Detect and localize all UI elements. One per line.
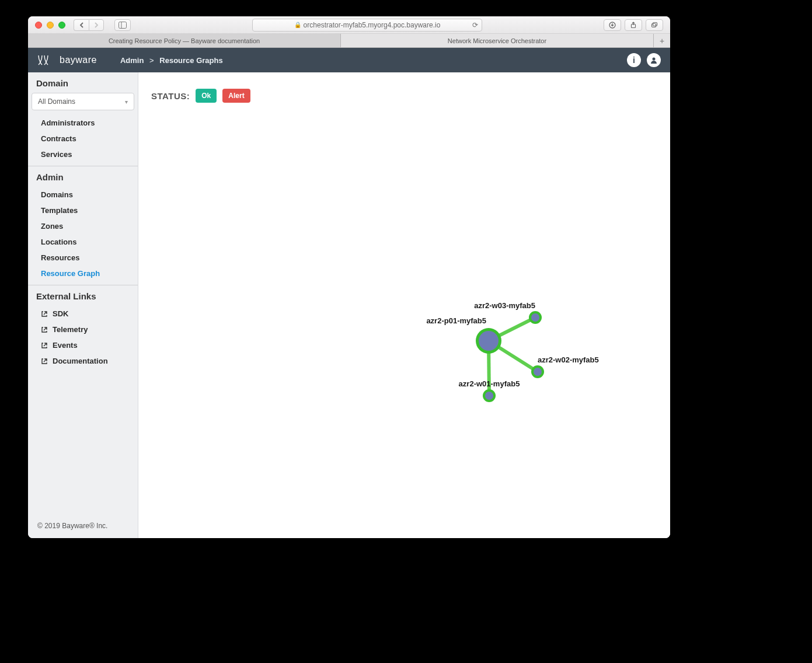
graph-node-label: azr2-w02-myfab5: [538, 355, 599, 364]
sidebar-item-domains[interactable]: Domains: [36, 187, 138, 203]
sidebar-item-label: Telemetry: [53, 325, 88, 334]
breadcrumb-separator: >: [149, 56, 154, 65]
tab-label: Creating Resource Policy — Bayware docum…: [109, 37, 260, 44]
svg-rect-4: [652, 23, 656, 27]
svg-rect-0: [119, 22, 127, 28]
graph-node-label: azr2-p01-myfab5: [426, 316, 486, 325]
sidebar-external-list: SDK Telemetry Events Documentation: [28, 306, 138, 369]
info-icon[interactable]: i: [627, 53, 641, 67]
external-link-icon: [41, 310, 48, 317]
graph-node-label: azr2-w03-myfab5: [474, 301, 535, 310]
domain-selector[interactable]: All Domains ▾: [32, 93, 134, 110]
graph-node-inner: [531, 313, 539, 322]
svg-point-6: [653, 58, 656, 61]
lock-icon: 🔒: [294, 22, 301, 28]
sidebar-item-documentation[interactable]: Documentation: [36, 353, 138, 369]
sidebar-domain-section: Domain: [28, 72, 138, 93]
sidebar-external-section: External Links: [28, 285, 138, 306]
main-content: STATUS: Ok Alert azr2-p01-myfab5azr2-w03…: [138, 72, 670, 538]
tab-0[interactable]: Creating Resource Policy — Bayware docum…: [28, 34, 341, 47]
sidebar-item-label: Documentation: [53, 357, 108, 365]
brand-logo-icon: [37, 54, 56, 66]
graph-node-inner: [485, 392, 493, 400]
sidebar-section-title: Domain: [36, 78, 130, 88]
tab-label: Network Microservice Orchestrator: [448, 37, 546, 44]
sidebar-section-title: External Links: [36, 291, 130, 301]
breadcrumb: Admin > Resource Graphs: [120, 56, 223, 65]
sidebar-section-title: Admin: [36, 172, 130, 182]
chevron-down-icon: ▾: [125, 99, 128, 105]
sidebar-item-resource-graph[interactable]: Resource Graph: [36, 266, 138, 281]
brand-text: bayware: [60, 55, 97, 65]
url-text: orchestrator-myfab5.myorg4.poc.bayware.i…: [304, 21, 441, 29]
sidebar-item-contracts[interactable]: Contracts: [36, 131, 138, 146]
sidebar-admin-section: Admin: [28, 166, 138, 187]
new-tab-button[interactable]: +: [654, 34, 670, 47]
external-link-icon: [41, 342, 48, 349]
svg-rect-5: [653, 22, 657, 26]
browser-window: 🔒 orchestrator-myfab5.myorg4.poc.bayware…: [28, 16, 670, 538]
close-window-button[interactable]: [35, 22, 42, 29]
titlebar: 🔒 orchestrator-myfab5.myorg4.poc.bayware…: [28, 16, 670, 34]
sidebar-admin-list: Domains Templates Zones Locations Resour…: [28, 187, 138, 281]
external-link-icon: [41, 358, 48, 365]
sidebar-item-templates[interactable]: Templates: [36, 203, 138, 218]
tabbar: Creating Resource Policy — Bayware docum…: [28, 34, 670, 48]
domain-selector-value: All Domains: [38, 97, 75, 106]
sidebar-item-label: Events: [53, 341, 78, 350]
sidebar-item-administrators[interactable]: Administrators: [36, 115, 138, 131]
resource-graph[interactable]: azr2-p01-myfab5azr2-w03-myfab5azr2-w02-m…: [138, 72, 670, 538]
breadcrumb-item[interactable]: Admin: [120, 56, 144, 65]
traffic-lights: [35, 22, 65, 29]
breadcrumb-item[interactable]: Resource Graphs: [159, 56, 222, 65]
app-body: Domain All Domains ▾ Administrators Cont…: [28, 72, 670, 538]
graph-node-label: azr2-w01-myfab5: [459, 379, 520, 388]
minimize-window-button[interactable]: [47, 22, 54, 29]
forward-button[interactable]: [89, 19, 104, 31]
reload-button[interactable]: ⟳: [472, 21, 478, 29]
maximize-window-button[interactable]: [58, 22, 65, 29]
toolbar-right: [604, 19, 663, 31]
sidebar-item-label: SDK: [53, 309, 68, 318]
sidebar-item-services[interactable]: Services: [36, 146, 138, 162]
header-right: i: [627, 53, 661, 67]
tab-1[interactable]: Network Microservice Orchestrator: [341, 34, 654, 47]
nav-buttons: [74, 19, 104, 31]
url-field[interactable]: 🔒 orchestrator-myfab5.myorg4.poc.bayware…: [252, 19, 482, 32]
graph-node-center-inner: [479, 331, 499, 351]
graph-node-inner: [534, 368, 542, 376]
sidebar-footer: © 2019 Bayware® Inc.: [28, 515, 138, 538]
tabs-overview-button[interactable]: [646, 19, 663, 31]
sidebar-item-locations[interactable]: Locations: [36, 234, 138, 250]
brand[interactable]: bayware: [37, 54, 97, 66]
share-button[interactable]: [625, 19, 642, 31]
downloads-button[interactable]: [604, 19, 621, 31]
sidebar-item-telemetry[interactable]: Telemetry: [36, 322, 138, 337]
user-account-icon[interactable]: [647, 53, 661, 67]
back-button[interactable]: [74, 19, 89, 31]
sidebar-domain-list: Administrators Contracts Services: [28, 115, 138, 162]
sidebar-item-resources[interactable]: Resources: [36, 250, 138, 266]
sidebar-item-sdk[interactable]: SDK: [36, 306, 138, 322]
sidebar-toggle-button[interactable]: [114, 19, 131, 31]
external-link-icon: [41, 326, 48, 333]
sidebar-item-zones[interactable]: Zones: [36, 218, 138, 234]
graph-svg: azr2-p01-myfab5azr2-w03-myfab5azr2-w02-m…: [138, 72, 670, 538]
sidebar: Domain All Domains ▾ Administrators Cont…: [28, 72, 138, 538]
sidebar-item-events[interactable]: Events: [36, 337, 138, 353]
app-header: bayware Admin > Resource Graphs i: [28, 48, 670, 72]
